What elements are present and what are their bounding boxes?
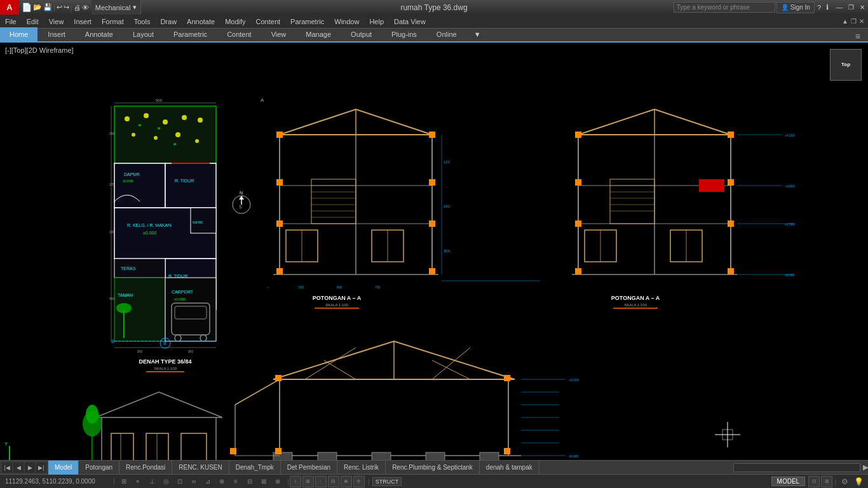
redo-icon[interactable]: ↪	[64, 3, 69, 11]
restore-button[interactable]: ❐	[845, 2, 857, 13]
ortho-toggle[interactable]: ⊥	[145, 475, 159, 489]
sheet-scrollbar[interactable]: ▶	[731, 463, 868, 472]
undo-icon[interactable]: ↩	[57, 3, 62, 11]
tab-insert[interactable]: Insert	[38, 27, 75, 41]
cad-canvas[interactable]: DAPUR -0.050 R. TIDUR R. KELG. / R. MAKA…	[0, 43, 868, 460]
model-button[interactable]: MODEL	[771, 477, 806, 486]
sheet-tab-renckusen[interactable]: RENC. KUSEN	[172, 461, 229, 475]
sc-toggle[interactable]: ⊗	[271, 475, 285, 489]
menu-window[interactable]: Window	[329, 15, 364, 29]
signin-button[interactable]: 👤 Sign In	[776, 2, 815, 13]
lw-toggle[interactable]: ≡	[229, 475, 243, 489]
menu-content[interactable]: Content	[251, 15, 286, 29]
tab-annotate[interactable]: Annotate	[76, 27, 123, 41]
dyn-toggle[interactable]: ⊕	[215, 475, 229, 489]
sheet-tab-renclistrik[interactable]: Renc. Listrik	[337, 461, 386, 475]
help-icon[interactable]: ?	[815, 4, 824, 11]
tab-content[interactable]: Content	[217, 27, 261, 41]
qp-toggle[interactable]: ⊠	[257, 475, 271, 489]
menu-format[interactable]: Format	[97, 15, 129, 29]
ducs-toggle[interactable]: ⊿	[201, 475, 215, 489]
svg-text:SKALA 1:100: SKALA 1:100	[624, 303, 647, 307]
grid-toggle[interactable]: ⊞	[117, 475, 131, 489]
pan-tool[interactable]: ✛	[353, 476, 365, 487]
sheet-tab-potongan[interactable]: Potongan	[79, 461, 119, 475]
tab-parametric[interactable]: Parametric	[164, 27, 217, 41]
app-icon[interactable]: A	[0, 0, 19, 15]
workspace-selector[interactable]: Mechanical ▾	[92, 0, 142, 15]
sheet-tab-model[interactable]: Model	[48, 461, 79, 475]
status-icons: ⊞ ⌖ ⊥ ◎ ⊡ ∞ ⊿ ⊕ ≡ ⊟ ⊠ ⊗ | ↕ ⊞ ⋅ ⊟ ⊕ ✛ | …	[114, 475, 771, 489]
move-tool[interactable]: ↕	[290, 476, 301, 487]
polar-toggle[interactable]: ◎	[159, 475, 173, 489]
sheet-nav-prev[interactable]: ◀	[13, 463, 24, 473]
viewport[interactable]: [-][Top][2D Wireframe] DAPUR	[0, 43, 868, 460]
sheet-nav-last[interactable]: ▶|	[36, 463, 46, 473]
svg-text:SKALA 1:100: SKALA 1:100	[154, 367, 177, 370]
grid-tool[interactable]: ⊞	[302, 476, 314, 487]
info-icon[interactable]: ℹ	[824, 3, 831, 11]
menu-file[interactable]: File	[0, 15, 22, 29]
sheet-tab-detpembesian[interactable]: Det Pembesian	[281, 461, 337, 475]
sheet-tab-rencplumbing[interactable]: Renc.Plumbing & Septictank	[386, 461, 480, 475]
menu-parametric[interactable]: Parametric	[285, 15, 329, 29]
tab-manage[interactable]: Manage	[296, 27, 341, 41]
zoom-tool[interactable]: ⊕	[341, 476, 352, 487]
menu-dataview[interactable]: Data View	[389, 15, 431, 29]
svg-rect-141	[728, 268, 734, 274]
svg-text:600: 600	[337, 285, 342, 289]
menu-annotate[interactable]: Annotate	[182, 15, 220, 29]
svg-text:300: 300	[444, 249, 451, 253]
menu-insert[interactable]: Insert	[69, 15, 97, 29]
menu-help[interactable]: Help	[364, 15, 389, 29]
layout-icon2[interactable]: ⊞	[821, 476, 832, 487]
view-cube[interactable]: Top	[830, 49, 862, 81]
svg-text:±0.000: ±0.000	[143, 231, 156, 235]
svg-text:+3.000: +3.000	[785, 184, 795, 188]
tab-home[interactable]: Home	[0, 27, 37, 41]
layout-icon[interactable]: ⊡	[808, 476, 820, 487]
menu-view[interactable]: View	[44, 15, 69, 29]
light-icon[interactable]: 💡	[851, 475, 865, 489]
svg-rect-146	[575, 132, 581, 138]
search-box[interactable]: Type a keyword or phrase	[674, 2, 775, 13]
window-close-small[interactable]: ✕	[859, 18, 864, 25]
workspace-toggle[interactable]: ≡	[851, 31, 864, 41]
tab-extra-dropdown[interactable]: ▼	[470, 27, 485, 41]
tp-toggle[interactable]: ⊟	[243, 475, 257, 489]
snap-toggle[interactable]: ⌖	[131, 475, 145, 489]
otrack-toggle[interactable]: ∞	[187, 475, 201, 489]
tab-online[interactable]: Online	[427, 27, 466, 41]
snap-tool[interactable]: ⋅	[315, 476, 327, 487]
settings-icon[interactable]: ⚙	[837, 475, 851, 489]
menu-draw[interactable]: Draw	[155, 15, 182, 29]
sheet-scroll-arrow[interactable]: ▶	[863, 463, 868, 471]
svg-point-12	[158, 127, 160, 130]
sheet-tab-denahtmpk[interactable]: Denah_Tmpk	[229, 461, 281, 475]
sheet-nav-next[interactable]: ▶	[25, 463, 35, 473]
tab-view[interactable]: View	[262, 27, 296, 41]
close-button[interactable]: ✕	[857, 2, 868, 13]
save-icon[interactable]: 💾	[43, 3, 52, 11]
menu-edit[interactable]: Edit	[22, 15, 44, 29]
menu-modify[interactable]: Modify	[220, 15, 250, 29]
tab-plugins[interactable]: Plug-ins	[382, 27, 426, 41]
minimize-button[interactable]: —	[834, 2, 845, 13]
sheet-tab-denahtampak[interactable]: denah & tampak	[480, 461, 539, 475]
window-restore-small[interactable]: ❐	[851, 18, 857, 25]
svg-text:Y: Y	[4, 441, 8, 447]
osnap-toggle[interactable]: ⊡	[173, 475, 187, 489]
measure-tool[interactable]: ⊟	[328, 476, 339, 487]
sheet-nav-first[interactable]: |◀	[2, 463, 12, 473]
plot-icon[interactable]: 🖨	[74, 4, 81, 11]
sheet-tab-rencpondasi[interactable]: Renc.Pondasi	[119, 461, 172, 475]
svg-rect-144	[575, 179, 581, 186]
new-icon[interactable]: 📄	[22, 3, 32, 12]
open-icon[interactable]: 📂	[33, 3, 42, 11]
tab-layout[interactable]: Layout	[123, 27, 163, 41]
tab-output[interactable]: Output	[341, 27, 381, 41]
preview-icon[interactable]: 👁	[82, 4, 89, 11]
menu-tools[interactable]: Tools	[129, 15, 156, 29]
ribbon-toggle[interactable]: ▲	[842, 18, 848, 25]
struct-label[interactable]: STRUCT	[372, 477, 402, 486]
